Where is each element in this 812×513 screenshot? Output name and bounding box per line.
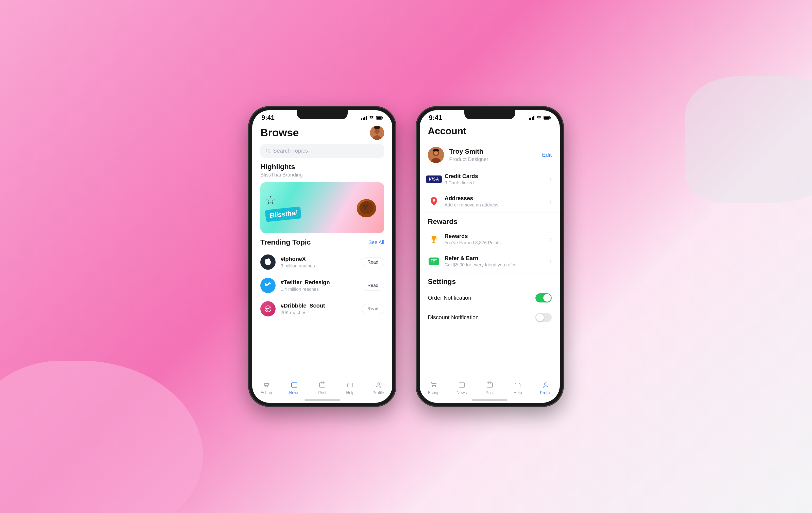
nav-eshop-browse[interactable]: Eshop: [256, 380, 276, 395]
trending-reaches-twitter: 1.4 million reaches: [281, 287, 356, 292]
credit-cards-title: Credit Cards: [444, 173, 545, 180]
svg-rect-10: [374, 126, 380, 129]
order-notification-toggle[interactable]: [535, 293, 552, 302]
svg-rect-35: [532, 117, 533, 120]
status-icons-account: [529, 116, 551, 120]
eshop-nav-icon: [263, 381, 270, 388]
account-title: Account: [428, 126, 466, 136]
nav-label-eshop-browse: Eshop: [261, 390, 272, 395]
read-button-iphonex[interactable]: Read: [361, 257, 384, 267]
rewards-section-title: Rewards: [420, 213, 560, 228]
refer-info: Refer & Earn Get $5.00 for every friend …: [444, 255, 545, 268]
svg-rect-36: [533, 116, 534, 120]
order-notification-row: Order Notification: [420, 288, 560, 308]
svg-rect-6: [382, 117, 383, 118]
apple-topic-icon: [260, 254, 276, 270]
nav-label-eshop-account: Eshop: [428, 390, 439, 395]
svg-rect-33: [529, 118, 530, 120]
svg-rect-39: [550, 117, 551, 118]
nav-label-profile-account: Profile: [540, 390, 551, 395]
nav-label-post-browse: Post: [318, 390, 326, 395]
help-icon-account: [513, 380, 522, 389]
battery-icon: [376, 116, 383, 120]
profile-nav-icon: [375, 381, 382, 388]
home-indicator-browse: [304, 399, 340, 401]
svg-point-8: [375, 129, 380, 134]
trending-name-dribbble: #Dribbble_Scout: [281, 302, 356, 309]
edit-profile-link[interactable]: Edit: [542, 152, 552, 158]
order-notification-label: Order Notification: [428, 295, 471, 301]
svg-rect-2: [365, 117, 366, 120]
news-icon: [290, 380, 299, 389]
svg-rect-58: [487, 383, 493, 387]
blissthai-text: Blissthai: [269, 209, 297, 219]
nav-label-help-browse: Help: [346, 390, 354, 395]
svg-point-18: [366, 205, 368, 207]
rewards-subtitle: You've Earned 8,876 Points: [444, 240, 545, 246]
search-bar[interactable]: Search Topics: [260, 144, 384, 158]
svg-point-52: [432, 386, 433, 387]
profile-icon-browse: [374, 380, 383, 389]
signal-icon-account: [529, 116, 534, 120]
trending-info-dribbble: #Dribbble_Scout 20K reaches: [281, 302, 356, 316]
trending-item-dribbble: #Dribbble_Scout 20K reaches Read: [252, 297, 392, 321]
profile-avatar-svg: [428, 147, 444, 163]
notch-browse: [297, 110, 348, 119]
nav-label-help-account: Help: [514, 390, 522, 395]
nav-label-news-browse: News: [289, 390, 299, 395]
highlights-subtitle: BlissThai Branding: [260, 172, 384, 178]
menu-item-credit-cards[interactable]: VISA Credit Cards 3 Cards linked ›: [420, 168, 560, 190]
svg-rect-38: [544, 116, 549, 119]
post-nav-icon-account: [486, 381, 493, 388]
twitter-topic-icon: [260, 278, 276, 293]
news-icon-account: [457, 380, 466, 389]
trending-item-twitter: #Twitter_Redesign 1.4 million reaches Re…: [252, 274, 392, 297]
menu-item-addresses[interactable]: Addresses Add or remove an address ›: [420, 190, 560, 213]
avatar-face-svg: [370, 126, 384, 140]
refer-icon-wrap: [428, 257, 440, 266]
news-nav-icon-account: [458, 381, 465, 388]
svg-point-53: [435, 386, 436, 387]
refer-earn-icon: [429, 258, 439, 265]
phone-account: 9:41: [416, 107, 563, 406]
browse-bottom-nav: Eshop News: [252, 377, 392, 399]
phone-screen-account: 9:41: [420, 110, 560, 403]
nav-news-browse[interactable]: News: [284, 380, 304, 395]
nav-profile-browse[interactable]: Profile: [368, 380, 388, 395]
home-indicator-account: [472, 399, 508, 401]
order-toggle-knob: [543, 294, 551, 302]
trending-title: Trending Topic: [260, 238, 311, 246]
trending-name-twitter: #Twitter_Redesign: [281, 279, 356, 286]
nav-post-account[interactable]: Post: [480, 380, 500, 395]
nav-eshop-account[interactable]: Eshop: [424, 380, 444, 395]
star-decor: [265, 195, 276, 206]
discount-notification-toggle[interactable]: [535, 313, 552, 322]
status-time-browse: 9:41: [261, 114, 274, 122]
browse-avatar[interactable]: [370, 126, 384, 140]
nav-post-browse[interactable]: Post: [312, 380, 332, 395]
nav-help-account[interactable]: Help: [508, 380, 528, 395]
avatar-image: [370, 126, 384, 140]
highlight-card[interactable]: Blissthai: [260, 182, 384, 233]
svg-point-44: [433, 199, 435, 201]
browse-header: Browse: [252, 124, 392, 144]
nav-help-browse[interactable]: Help: [340, 380, 360, 395]
highlight-content: Blissthai: [260, 182, 384, 233]
see-all-link[interactable]: See All: [369, 240, 384, 245]
read-button-dribbble[interactable]: Read: [361, 304, 384, 314]
visa-icon-wrap: VISA: [428, 175, 440, 184]
rewards-title: Rewards: [444, 233, 545, 240]
menu-item-rewards[interactable]: Rewards You've Earned 8,876 Points ›: [420, 228, 560, 250]
news-nav-icon: [291, 381, 298, 388]
profile-role: Product Designer: [449, 157, 537, 162]
help-nav-icon-account: [514, 381, 521, 388]
svg-marker-13: [266, 196, 274, 204]
account-content: Account Troy Smith: [420, 124, 560, 377]
highlights-header: Highlights BlissThai Branding: [252, 163, 392, 180]
nav-profile-account[interactable]: Profile: [536, 380, 556, 395]
trending-reaches-iphonex: 3 million reaches: [281, 263, 356, 269]
profile-nav-icon-account: [542, 381, 549, 388]
nav-news-account[interactable]: News: [452, 380, 472, 395]
menu-item-refer[interactable]: Refer & Earn Get $5.00 for every friend …: [420, 250, 560, 272]
read-button-twitter[interactable]: Read: [361, 280, 384, 291]
